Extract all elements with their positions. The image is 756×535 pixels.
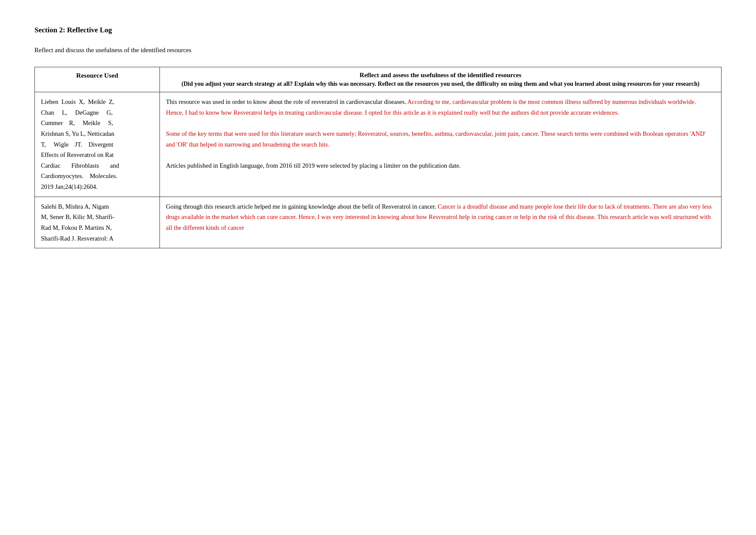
resource-text-2d: Sharifi-Rad J. Resveratrol: A bbox=[41, 235, 113, 242]
table-header-row: Resource Used Reflect and assess the use… bbox=[35, 67, 722, 92]
resource-text-1h: Cardiomyocytes. Molecules. bbox=[41, 172, 117, 179]
reflect-red-1b: Some of the key terms that were used for… bbox=[166, 130, 706, 148]
table-row: Lieben Louis X, Meikle Z, Chan L, DeGagn… bbox=[35, 92, 722, 197]
resource-cell-1: Lieben Louis X, Meikle Z, Chan L, DeGagn… bbox=[35, 92, 160, 197]
header-reflect-col: Reflect and assess the usefulness of the… bbox=[160, 67, 722, 92]
resource-text-2b: M, Sener B, Kilic M, Sharifi- bbox=[41, 213, 115, 220]
reflect-black-1a: This resource was used in order to know … bbox=[166, 98, 406, 105]
reflect-black-2a: Going through this research article help… bbox=[166, 203, 436, 210]
intro-text: Reflect and discuss the usefulness of th… bbox=[34, 47, 722, 54]
reflect-black-1b: Articles published in English language, … bbox=[166, 162, 461, 169]
resource-text-1f: Effects of Resveratrol on Rat bbox=[41, 151, 114, 158]
resource-text-1: Lieben Louis X, Meikle Z, bbox=[41, 98, 114, 105]
reflect-cell-2: Going through this research article help… bbox=[160, 197, 722, 248]
section-title: Section 2: Reflective Log bbox=[34, 26, 722, 34]
resource-text-1i: 2019 Jan;24(14):2604. bbox=[41, 183, 97, 190]
resource-text-1d: Krishnan S, Yu L, Netticadan bbox=[41, 130, 114, 137]
reflective-table: Resource Used Reflect and assess the use… bbox=[34, 67, 722, 248]
resource-text-1g: Cardiac Fibroblasts and bbox=[41, 162, 119, 169]
resource-text-1e: T, Wigle JT. Divergent bbox=[41, 141, 113, 148]
resource-text-1c: Cummer R, Meikle S, bbox=[41, 119, 113, 126]
resource-cell-2: Salehi B, Mishra A, Nigam M, Sener B, Ki… bbox=[35, 197, 160, 248]
reflect-cell-1: This resource was used in order to know … bbox=[160, 92, 722, 197]
header-reflect-title: Reflect and assess the usefulness of the… bbox=[166, 72, 715, 79]
resource-text-2a: Salehi B, Mishra A, Nigam bbox=[41, 203, 109, 210]
table-row: Salehi B, Mishra A, Nigam M, Sener B, Ki… bbox=[35, 197, 722, 248]
header-resource-col: Resource Used bbox=[35, 67, 160, 92]
resource-text-1b: Chan L, DeGagne G, bbox=[41, 109, 112, 116]
header-reflect-sub: (Did you adjust your search strategy at … bbox=[166, 81, 715, 88]
resource-text-2c: Rad M, Fokou P, Martins N, bbox=[41, 224, 112, 231]
header-resource-label: Resource Used bbox=[76, 72, 118, 79]
